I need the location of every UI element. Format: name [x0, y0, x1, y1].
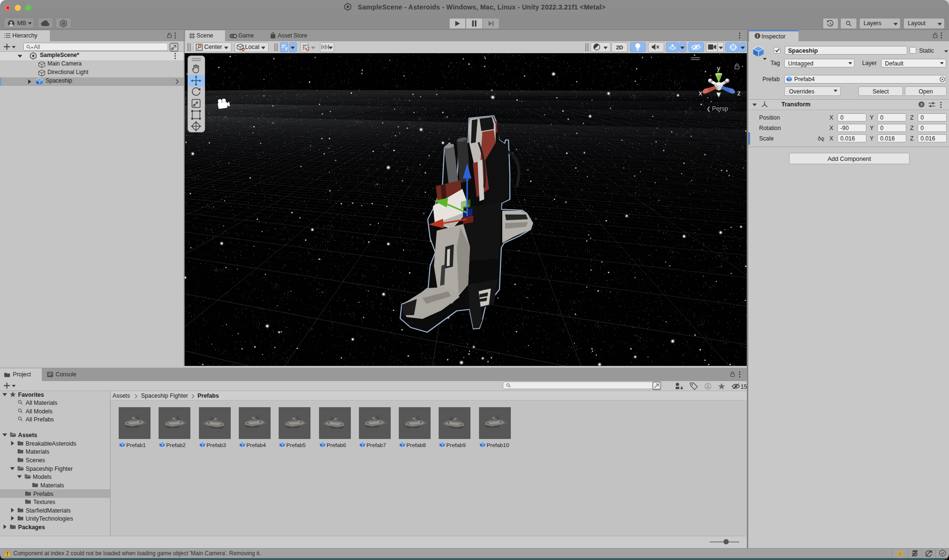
svg-text:y: y [717, 65, 720, 72]
svg-text:z: z [737, 89, 741, 97]
svg-text:x: x [699, 89, 702, 97]
svg-text:?: ? [920, 102, 923, 107]
svg-text:Y: Y [285, 48, 287, 51]
